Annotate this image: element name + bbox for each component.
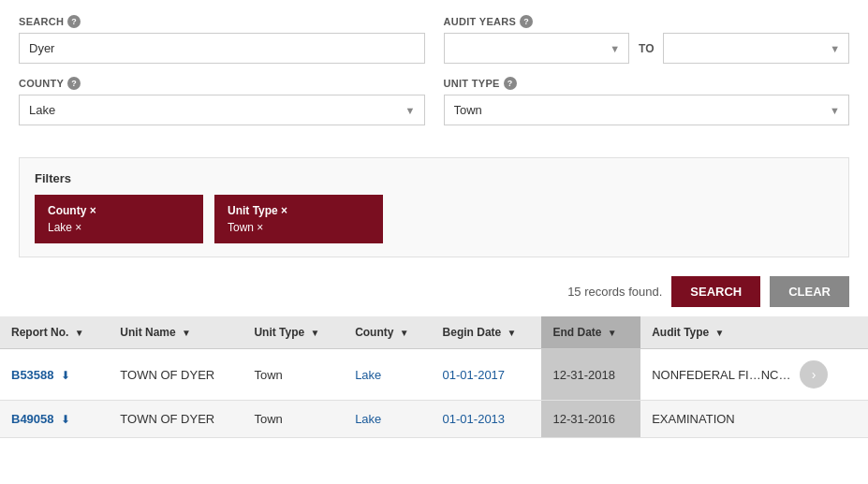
to-label: TO [639,42,654,55]
records-found: 15 records found. [567,285,662,299]
next-arrow[interactable]: › [800,360,828,389]
search-input[interactable] [19,33,425,64]
results-table: Report No. ▼ Unit Name ▼ Unit Type ▼ Cou… [0,316,868,438]
table-row: B53588 ⬇ TOWN OF DYER Town Lake 01-01-20… [0,349,868,401]
audit-years-label: AUDIT YEARS ? [444,15,850,28]
cell-unit-type: Town [243,401,344,438]
results-bar: 15 records found. SEARCH CLEAR [0,267,868,316]
col-county[interactable]: County ▼ [344,316,431,349]
cell-begin-date: 01-01-2017 [432,349,542,401]
search-button[interactable]: SEARCH [671,276,760,307]
filters-section: Filters County × Lake × Unit Type × Town… [19,157,849,257]
col-begin-date[interactable]: Begin Date ▼ [432,316,542,349]
cell-county: Lake [344,401,431,438]
county-label: COUNTY ? [19,77,425,90]
download-icon[interactable]: ⬇ [61,413,70,426]
cell-begin-date: 01-01-2013 [432,401,542,438]
col-end-date[interactable]: End Date ▼ [541,316,640,349]
table-row: B49058 ⬇ TOWN OF DYER Town Lake 01-01-20… [0,401,868,438]
clear-button[interactable]: CLEAR [770,276,849,307]
table-header-row: Report No. ▼ Unit Name ▼ Unit Type ▼ Cou… [0,316,868,349]
unit-type-filter-tag-title: Unit Type × [228,204,370,217]
download-icon[interactable]: ⬇ [61,369,70,382]
unit-type-label: UNIT TYPE ? [444,77,850,90]
col-audit-type[interactable]: Audit Type ▼ [640,316,868,349]
filter-tags-row: County × Lake × Unit Type × Town × [35,195,833,243]
cell-end-date: 12-31-2018 [541,349,640,401]
cell-unit-type: Town [243,349,344,401]
county-filter-tag[interactable]: County × Lake × [35,195,203,243]
unit-type-select[interactable]: Town [444,95,850,125]
cell-audit-type: NONFEDERAL FI…NC… › [640,349,868,401]
county-filter-tag-title: County × [48,204,190,217]
cell-county: Lake [344,349,431,401]
audit-years-to-select[interactable] [663,33,849,64]
county-select[interactable]: Lake [19,95,425,125]
report-link[interactable]: B53588 [11,368,54,382]
col-report-no[interactable]: Report No. ▼ [0,316,109,349]
filters-title: Filters [35,171,833,185]
unit-type-filter-tag-value: Town × [228,221,370,234]
audit-years-from-select[interactable] [444,33,630,64]
cell-report-no: B49058 ⬇ [0,401,109,438]
county-link[interactable]: Lake [355,368,381,382]
county-filter-tag-value: Lake × [48,221,190,234]
report-link[interactable]: B49058 [11,412,54,426]
county-link[interactable]: Lake [355,412,381,426]
search-label: SEARCH ? [19,15,425,28]
col-unit-type[interactable]: Unit Type ▼ [243,316,344,349]
unit-type-help-icon[interactable]: ? [504,77,517,90]
cell-audit-type: EXAMINATION [640,401,868,438]
county-help-icon[interactable]: ? [67,77,81,90]
cell-end-date: 12-31-2016 [541,401,640,438]
col-unit-name[interactable]: Unit Name ▼ [109,316,243,349]
cell-report-no: B53588 ⬇ [0,349,109,401]
search-help-icon[interactable]: ? [67,15,81,28]
audit-years-help-icon[interactable]: ? [520,15,533,28]
cell-unit-name: TOWN OF DYER [109,349,243,401]
cell-unit-name: TOWN OF DYER [109,401,243,438]
unit-type-filter-tag[interactable]: Unit Type × Town × [214,195,383,243]
